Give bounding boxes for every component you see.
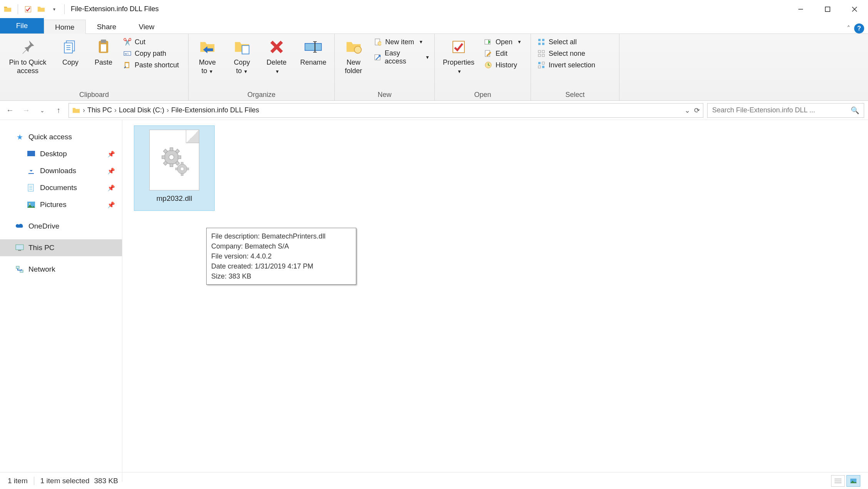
chevron-right-icon[interactable]: › [83, 106, 85, 114]
breadcrumb-folder[interactable]: File-Extension.info DLL Files [171, 106, 259, 114]
easy-access-button[interactable]: Easy access▼ [374, 49, 430, 65]
ribbon: Pin to Quick access Copy Paste ✂️Cut w:\… [0, 34, 868, 101]
select-none-button[interactable]: Select none [537, 49, 595, 58]
scissors-icon: ✂️ [123, 38, 132, 46]
file-item[interactable]: mp2032.dll [134, 125, 215, 211]
back-button[interactable]: ← [4, 104, 16, 117]
qat-properties-icon[interactable] [23, 4, 33, 15]
svg-rect-17 [242, 45, 249, 54]
svg-rect-11 [101, 40, 106, 43]
sidebar-network[interactable]: Network [0, 261, 122, 278]
svg-point-56 [169, 155, 174, 160]
sidebar-documents[interactable]: Documents 📌 [0, 179, 122, 196]
sidebar-downloads[interactable]: Downloads 📌 [0, 162, 122, 179]
breadcrumb-root[interactable]: This PC [87, 106, 112, 114]
close-button[interactable] [841, 0, 868, 18]
delete-icon [267, 38, 286, 56]
address-bar[interactable]: › This PC › Local Disk (C:) › File-Exten… [68, 103, 703, 118]
forward-button[interactable]: → [20, 104, 32, 117]
thumbnails-view-button[interactable] [846, 475, 860, 487]
move-to-icon [198, 38, 217, 56]
chevron-right-icon[interactable]: › [167, 106, 169, 114]
svg-rect-53 [16, 266, 19, 269]
sidebar-quick-access[interactable]: ★ Quick access [0, 129, 122, 145]
sidebar-onedrive[interactable]: OneDrive [0, 218, 122, 235]
copy-path-button[interactable]: w:\Copy path [123, 49, 179, 58]
svg-rect-36 [538, 50, 541, 53]
copy-to-button[interactable]: Copy to▼ [228, 36, 256, 75]
minimize-button[interactable] [787, 0, 814, 18]
tooltip-version: File version: 4.4.0.2 [211, 251, 351, 261]
svg-rect-68 [181, 174, 183, 175]
sidebar-desktop[interactable]: Desktop 📌 [0, 145, 122, 162]
svg-rect-34 [538, 43, 541, 45]
svg-rect-42 [538, 66, 541, 68]
home-tab[interactable]: Home [44, 20, 86, 34]
collapse-ribbon-icon[interactable]: ˄ [847, 24, 850, 33]
maximize-button[interactable] [814, 0, 841, 18]
cut-button[interactable]: ✂️Cut [123, 38, 179, 46]
invert-selection-button[interactable]: Invert selection [537, 61, 595, 69]
svg-rect-59 [162, 156, 165, 159]
search-input[interactable]: Search File-Extension.info DLL ... 🔍 [707, 103, 864, 118]
tooltip-company: Company: Bematech S/A [211, 241, 351, 251]
paste-button[interactable]: Paste [90, 36, 117, 67]
sidebar: ★ Quick access Desktop 📌 Downloads 📌 Doc… [0, 120, 122, 482]
sidebar-this-pc[interactable]: This PC [0, 239, 122, 256]
sidebar-pictures[interactable]: Pictures 📌 [0, 196, 122, 213]
svg-point-24 [354, 46, 361, 53]
file-tab[interactable]: File [0, 18, 44, 33]
open-button[interactable]: Open▼ [484, 38, 522, 46]
refresh-icon[interactable]: ⟳ [694, 106, 700, 115]
paste-shortcut-button[interactable]: Paste shortcut [123, 61, 179, 69]
status-size: 383 KB [94, 477, 118, 485]
svg-rect-58 [170, 164, 173, 167]
history-button[interactable]: History [484, 61, 522, 69]
ribbon-tabs: File Home Share View ˄ ? [0, 18, 868, 34]
pin-icon [18, 38, 37, 56]
help-icon[interactable]: ? [854, 23, 864, 33]
file-pane[interactable]: mp2032.dll File description: BematechPri… [122, 120, 868, 482]
copy-path-icon: w:\ [123, 49, 132, 58]
select-all-button[interactable]: Select all [537, 38, 595, 46]
pin-quick-access-button[interactable]: Pin to Quick access [5, 36, 51, 75]
title-bar: ▾ File-Extension.info DLL Files [0, 0, 868, 18]
qat-dropdown-icon[interactable]: ▾ [49, 4, 60, 15]
recent-dropdown[interactable]: ⌄ [36, 104, 48, 117]
desktop-icon [27, 150, 35, 158]
new-item-button[interactable]: New item▼ [374, 38, 430, 46]
qat-folder-icon[interactable] [36, 4, 47, 15]
up-button[interactable]: ↑ [52, 104, 65, 117]
pin-icon: 📌 [107, 184, 115, 192]
svg-text:w:\: w:\ [124, 52, 129, 55]
move-to-button[interactable]: Move to▼ [193, 36, 222, 75]
share-tab[interactable]: Share [86, 19, 128, 33]
edit-button[interactable]: Edit [484, 49, 522, 58]
address-dropdown-icon[interactable]: ⌄ [684, 106, 690, 115]
svg-rect-60 [178, 156, 181, 159]
delete-button[interactable]: Delete▼ [262, 36, 291, 75]
group-label-new: New [339, 89, 430, 100]
view-tab[interactable]: View [127, 19, 165, 33]
svg-rect-35 [542, 43, 544, 45]
details-view-button[interactable] [831, 475, 845, 487]
pin-icon: 📌 [107, 201, 115, 209]
svg-rect-41 [542, 62, 544, 64]
svg-rect-67 [181, 162, 183, 164]
copy-button[interactable]: Copy [57, 36, 84, 67]
window-title: File-Extension.info DLL Files [71, 5, 159, 13]
history-icon [484, 61, 492, 69]
rename-button[interactable]: Rename [297, 36, 330, 67]
breadcrumb-drive[interactable]: Local Disk (C:) [119, 106, 164, 114]
onedrive-icon [15, 222, 24, 230]
new-folder-button[interactable]: New folder [339, 36, 367, 75]
properties-button[interactable]: Properties▼ [439, 36, 478, 75]
svg-rect-2 [825, 7, 830, 12]
nav-row: ← → ⌄ ↑ › This PC › Local Disk (C:) › Fi… [0, 101, 868, 120]
svg-rect-38 [538, 54, 541, 57]
chevron-right-icon[interactable]: › [114, 106, 117, 114]
select-none-icon [537, 49, 546, 58]
svg-rect-20 [305, 43, 322, 50]
dll-file-icon [149, 130, 199, 190]
paste-shortcut-icon [123, 61, 132, 69]
